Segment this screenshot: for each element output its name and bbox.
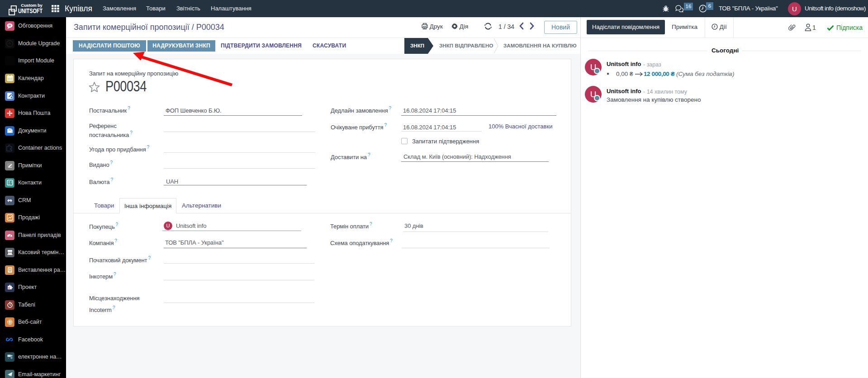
svg-text:$: $ [9, 268, 10, 271]
